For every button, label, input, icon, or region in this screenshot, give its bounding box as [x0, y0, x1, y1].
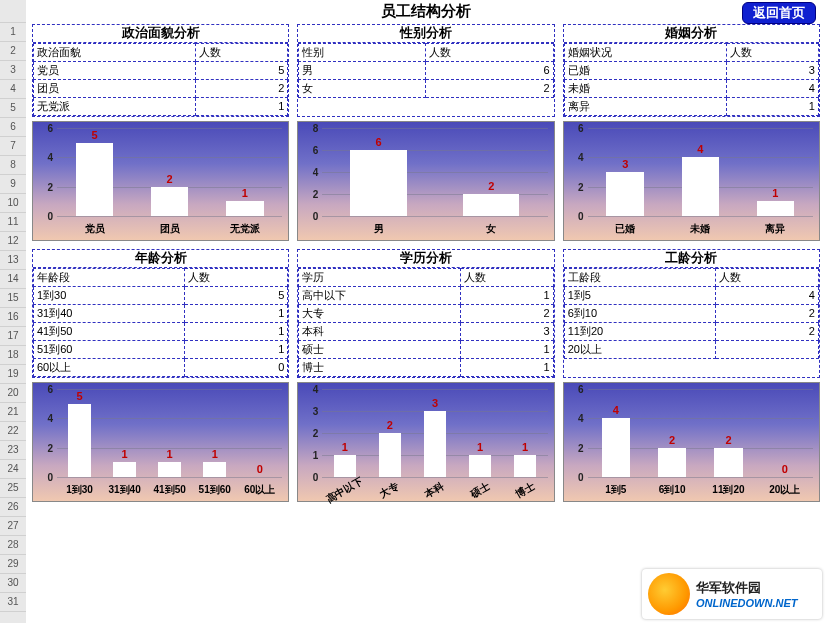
bar-label: 0	[765, 463, 805, 475]
cell-key: 41到50	[34, 323, 185, 341]
sheet-content: 员工结构分析 返回首页 政治面貌分析政治面貌人数党员5团员2无党派1性别分析性别…	[26, 0, 826, 623]
data-table: 工龄段人数1到546到10211到20220以上	[564, 268, 819, 359]
col-header: 学历	[299, 269, 461, 287]
y-tick: 4	[578, 152, 584, 163]
spreadsheet-view: 1234567891011121314151617181920212223242…	[0, 0, 826, 623]
data-panel: 工龄分析工龄段人数1到546到10211到20220以上	[563, 249, 820, 378]
y-tick: 0	[47, 472, 53, 483]
bar-label: 1	[105, 448, 145, 460]
cell-value: 2	[715, 323, 818, 341]
bar-label: 1	[755, 187, 795, 199]
cell-value	[715, 341, 818, 359]
bar	[757, 201, 795, 216]
gridline	[57, 216, 282, 217]
cell-key: 60以上	[34, 359, 185, 377]
data-panel: 婚姻分析婚姻状况人数已婚3未婚4离异1	[563, 24, 820, 117]
bar-chart: 0246521党员团员无党派	[32, 121, 289, 241]
x-tick: 11到20	[700, 483, 756, 497]
table-row: 团员2	[34, 80, 288, 98]
y-axis: 0246	[564, 128, 586, 216]
cell-key: 本科	[299, 323, 461, 341]
table-row: 女2	[299, 80, 553, 98]
table-row: 1到305	[34, 287, 288, 305]
cell-key: 11到20	[564, 323, 715, 341]
row-number: 23	[0, 441, 26, 460]
data-panel: 学历分析学历人数高中以下1大专2本科3硕士1博士1	[297, 249, 554, 378]
table-row: 1到54	[564, 287, 818, 305]
table-row: 高中以下1	[299, 287, 553, 305]
y-tick: 2	[578, 442, 584, 453]
row-number: 26	[0, 498, 26, 517]
cell-value: 5	[196, 62, 288, 80]
bar-label: 2	[708, 434, 748, 446]
title-bar: 员工结构分析 返回首页	[26, 0, 826, 22]
x-tick: 党员	[57, 222, 132, 236]
cell-key: 党员	[34, 62, 196, 80]
x-axis: 已婚未婚离异	[588, 218, 813, 238]
cell-value: 6	[426, 62, 553, 80]
row-number: 8	[0, 156, 26, 175]
row-number: 22	[0, 422, 26, 441]
y-tick: 2	[313, 189, 319, 200]
cell-value: 2	[196, 80, 288, 98]
bars-group: 521	[57, 128, 282, 216]
bar	[682, 157, 720, 216]
x-axis: 高中以下大专本科硕士博士	[322, 479, 547, 499]
plot-area: 521	[57, 128, 282, 216]
y-tick: 2	[578, 181, 584, 192]
bar-label: 2	[652, 434, 692, 446]
bar	[350, 150, 406, 216]
cell-key: 1到5	[564, 287, 715, 305]
data-table: 年龄段人数1到30531到40141到50151到60160以上0	[33, 268, 288, 377]
cell-key: 未婚	[564, 80, 726, 98]
y-tick: 8	[313, 123, 319, 134]
cell-value: 3	[461, 323, 553, 341]
bars-group: 12311	[322, 389, 547, 477]
table-row: 大专2	[299, 305, 553, 323]
cell-key: 6到10	[564, 305, 715, 323]
x-axis: 1到3031到4041到5051到6060以上	[57, 479, 282, 499]
x-tick: 已婚	[588, 222, 663, 236]
page-title: 员工结构分析	[381, 2, 471, 19]
plot-area: 4220	[588, 389, 813, 477]
row-number	[0, 0, 26, 23]
bar-label: 1	[505, 441, 545, 453]
table-row: 已婚3	[564, 62, 818, 80]
home-button[interactable]: 返回首页	[742, 2, 816, 24]
col-header: 人数	[426, 44, 553, 62]
plot-area: 12311	[322, 389, 547, 477]
row-number: 18	[0, 346, 26, 365]
bar	[203, 462, 226, 477]
col-header: 人数	[196, 44, 288, 62]
y-axis: 0246	[33, 128, 55, 216]
x-tick: 离异	[738, 222, 813, 236]
cell-key: 20以上	[564, 341, 715, 359]
gridline	[57, 477, 282, 478]
watermark-badge: 华军软件园 ONLINEDOWN.NET	[642, 569, 822, 619]
cell-value: 1	[185, 323, 288, 341]
y-tick: 6	[313, 145, 319, 156]
bar	[226, 201, 264, 216]
row-number: 3	[0, 61, 26, 80]
panel-title: 学历分析	[298, 250, 553, 268]
table-row: 未婚4	[564, 80, 818, 98]
bar-label: 5	[75, 129, 115, 141]
y-tick: 4	[313, 167, 319, 178]
bar	[76, 143, 114, 216]
y-tick: 4	[578, 413, 584, 424]
cell-value: 0	[185, 359, 288, 377]
row-number: 29	[0, 555, 26, 574]
data-table: 性别人数男6女2	[298, 43, 553, 98]
panel-title: 年龄分析	[33, 250, 288, 268]
y-tick: 6	[578, 384, 584, 395]
plot-area: 51110	[57, 389, 282, 477]
bar	[151, 187, 189, 216]
bar-label: 1	[460, 441, 500, 453]
col-header: 婚姻状况	[564, 44, 726, 62]
bar	[469, 455, 492, 477]
row-number: 25	[0, 479, 26, 498]
x-tick: 41到50	[147, 483, 192, 497]
x-axis: 1到56到1011到2020以上	[588, 479, 813, 499]
bar	[424, 411, 447, 477]
cell-key: 博士	[299, 359, 461, 377]
